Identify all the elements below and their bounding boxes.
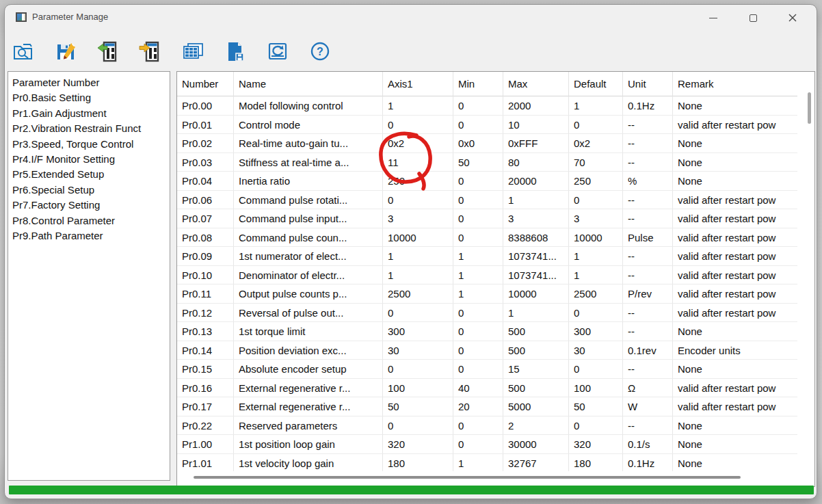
table-cell[interactable]: P/rev	[623, 284, 673, 304]
table-cell[interactable]: --	[623, 247, 673, 266]
table-cell[interactable]: None	[673, 153, 797, 172]
table-cell[interactable]: 0x2	[383, 134, 453, 153]
table-cell[interactable]: 0	[569, 360, 623, 379]
table-cell[interactable]: Ω	[623, 379, 673, 398]
table-cell[interactable]: 32767	[503, 454, 569, 472]
table-cell[interactable]: valid after restart pow	[673, 247, 797, 266]
sidebar-item[interactable]: Pr9.Path Parameter	[12, 228, 170, 243]
table-cell[interactable]: valid after restart pow	[673, 191, 797, 210]
table-cell[interactable]: Pr0.11	[177, 284, 234, 304]
table-cell[interactable]: 30	[569, 341, 623, 360]
table-cell[interactable]: Pr0.14	[177, 341, 234, 360]
sidebar-item[interactable]: Parameter Number	[12, 75, 170, 90]
table-cell[interactable]: 0	[453, 228, 503, 248]
table-row[interactable]: Pr0.07Command pulse input...3033--valid …	[177, 209, 814, 228]
table-cell[interactable]: Control mode	[234, 116, 383, 135]
table-cell[interactable]: Pr0.16	[177, 379, 234, 398]
table-cell[interactable]: 2000	[503, 96, 569, 116]
table-cell[interactable]: valid after restart pow	[673, 209, 797, 228]
table-cell[interactable]: External regenerative r...	[234, 397, 383, 416]
table-row[interactable]: Pr1.011st velocity loop gain180132767180…	[177, 454, 814, 472]
table-cell[interactable]: 0	[453, 191, 503, 210]
table-cell[interactable]: Denominator of electr...	[234, 266, 383, 285]
table-cell[interactable]: 0.1Hz	[623, 96, 673, 116]
table-cell[interactable]: 0	[453, 116, 503, 135]
table-cell[interactable]: 0	[383, 360, 453, 379]
sidebar-item[interactable]: Pr0.Basic Setting	[12, 90, 170, 105]
table-cell[interactable]: 500	[503, 322, 569, 341]
table-cell[interactable]: 2500	[383, 284, 453, 304]
table-row[interactable]: Pr0.10Denominator of electr...111073741.…	[177, 266, 814, 285]
column-header[interactable]: Number	[177, 72, 234, 96]
table-cell[interactable]: Real-time auto-gain tu...	[234, 134, 383, 153]
table-cell[interactable]: 1st numerator of elect...	[234, 247, 383, 266]
sidebar-item[interactable]: Pr6.Special Setup	[12, 183, 170, 198]
table-cell[interactable]: 10000	[503, 284, 569, 304]
table-cell[interactable]: 0	[569, 416, 623, 436]
table-cell[interactable]: 0.1/s	[623, 435, 673, 454]
table-cell[interactable]: Pr0.06	[177, 191, 234, 210]
table-cell[interactable]: --	[623, 116, 673, 135]
table-cell[interactable]: 0	[453, 209, 503, 228]
table-cell[interactable]: 11	[383, 153, 453, 172]
table-cell[interactable]: 1	[383, 266, 453, 285]
column-header[interactable]: Default	[569, 72, 623, 96]
table-cell[interactable]: 1	[453, 247, 503, 266]
table-cell[interactable]: Absolute encoder setup	[234, 360, 383, 379]
table-cell[interactable]: 0	[569, 116, 623, 135]
table-cell[interactable]: 0.1Hz	[623, 454, 673, 472]
table-cell[interactable]: 30000	[503, 435, 569, 454]
column-header[interactable]: Max	[503, 72, 569, 96]
table-cell[interactable]: 500	[503, 379, 569, 398]
table-cell[interactable]: 40	[453, 379, 503, 398]
table-cell[interactable]: 8388608	[503, 228, 569, 248]
table-cell[interactable]: 0	[569, 304, 623, 323]
table-cell[interactable]: None	[673, 416, 797, 436]
table-cell[interactable]: 5000	[503, 397, 569, 416]
table-cell[interactable]: Command pulse input...	[234, 209, 383, 228]
table-cell[interactable]: --	[623, 153, 673, 172]
table-cell[interactable]: Pr0.07	[177, 209, 234, 228]
table-cell[interactable]: 500	[503, 341, 569, 360]
table-cell[interactable]: 0	[383, 304, 453, 323]
table-cell[interactable]: 250	[383, 172, 453, 191]
table-cell[interactable]: 0	[453, 172, 503, 191]
sidebar-item[interactable]: Pr4.I/F Monitor Setting	[12, 152, 170, 167]
table-cell[interactable]: valid after restart pow	[673, 397, 797, 416]
table-cell[interactable]: 0	[453, 341, 503, 360]
table-cell[interactable]: --	[623, 134, 673, 153]
table-cell[interactable]: Pr0.22	[177, 416, 234, 436]
export-params-button[interactable]	[137, 37, 163, 66]
column-header[interactable]: Axis1	[383, 72, 453, 96]
table-cell[interactable]: None	[673, 96, 797, 116]
table-cell[interactable]: Pr0.15	[177, 360, 234, 379]
table-cell[interactable]: Pr0.04	[177, 172, 234, 191]
table-cell[interactable]: 10	[503, 116, 569, 135]
table-cell[interactable]: 70	[569, 153, 623, 172]
table-row[interactable]: Pr0.14Position deviation exc...300500300…	[177, 341, 814, 360]
table-cell[interactable]: W	[623, 397, 673, 416]
vertical-scrollbar[interactable]	[806, 73, 813, 470]
table-cell[interactable]: valid after restart pow	[673, 116, 797, 135]
table-cell[interactable]: 10000	[383, 228, 453, 248]
column-header[interactable]: Unit	[623, 72, 673, 96]
table-cell[interactable]: valid after restart pow	[673, 266, 797, 285]
table-cell[interactable]: 0	[569, 191, 623, 210]
table-cell[interactable]: 30	[383, 341, 453, 360]
table-cell[interactable]: 50	[569, 397, 623, 416]
table-cell[interactable]: 300	[569, 322, 623, 341]
table-cell[interactable]: Pr1.00	[177, 435, 234, 454]
open-search-button[interactable]	[10, 37, 36, 66]
help-button[interactable]: ?	[307, 37, 333, 66]
table-cell[interactable]: --	[623, 266, 673, 285]
table-cell[interactable]: --	[623, 322, 673, 341]
table-cell[interactable]: 1st position loop gain	[234, 435, 383, 454]
table-cell[interactable]: 2	[503, 416, 569, 436]
table-cell[interactable]: 0	[453, 96, 503, 116]
table-cell[interactable]: 180	[383, 454, 453, 472]
table-cell[interactable]: --	[623, 360, 673, 379]
table-row[interactable]: Pr1.001st position loop gain320030000320…	[177, 435, 814, 454]
table-row[interactable]: Pr0.17External regenerative r...50205000…	[177, 397, 814, 416]
table-row[interactable]: Pr0.11Output pulse counts p...2500110000…	[177, 284, 814, 304]
column-header[interactable]: Min	[453, 72, 503, 96]
